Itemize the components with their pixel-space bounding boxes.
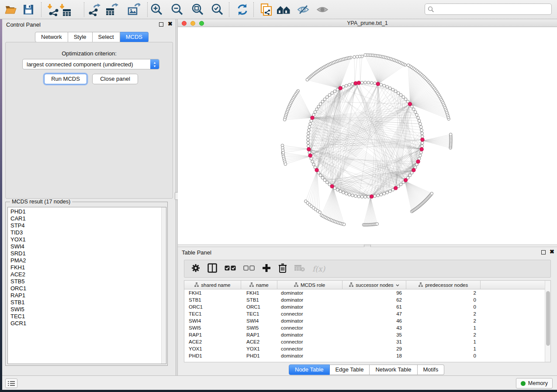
mcds-result-item[interactable]: YOX1 <box>8 236 161 243</box>
cell-predecessors: 1 <box>407 338 481 345</box>
task-list-icon <box>8 381 15 386</box>
table-row[interactable]: FKH1FKH1dominator962 <box>184 289 545 296</box>
deselect-all-rows-icon[interactable] <box>243 265 255 273</box>
export-image-icon[interactable] <box>127 3 141 17</box>
float-table-panel-icon[interactable] <box>541 250 546 254</box>
table-tab-node-table[interactable]: Node Table <box>289 364 330 375</box>
table-scrollbar[interactable] <box>545 281 550 362</box>
mcds-result-item[interactable]: GCR1 <box>8 320 161 327</box>
mcds-result-item[interactable]: TEC1 <box>8 313 161 320</box>
import-table-icon[interactable] <box>58 3 72 17</box>
cell-shared_name: TEC1 <box>184 310 241 317</box>
cell-name: STB1 <box>241 296 277 303</box>
table-row[interactable]: SWI5SWI5connector431 <box>184 324 545 331</box>
mcds-result-item[interactable]: TID3 <box>8 229 161 236</box>
table-row[interactable]: YOX1YOX1connector291 <box>184 345 545 352</box>
refresh-layout-icon[interactable] <box>235 3 249 17</box>
first-neighbors-icon[interactable] <box>277 3 291 17</box>
mcds-result-item[interactable]: CAR1 <box>8 215 161 222</box>
cell-successors: 96 <box>343 289 407 296</box>
cell-role: connector <box>277 310 343 317</box>
mcds-result-item[interactable]: STB1 <box>8 299 161 306</box>
cell-role: connector <box>277 324 343 331</box>
float-panel-icon[interactable] <box>159 22 163 27</box>
column-header-MCDS-role[interactable]: MCDS role <box>277 281 343 289</box>
network-window-title: YPA_prune.txt_1 <box>178 20 557 26</box>
cell-role: dominator <box>277 289 343 296</box>
run-mcds-button[interactable]: Run MCDS <box>44 74 87 84</box>
mcds-result-item[interactable]: FKH1 <box>8 264 161 271</box>
delete-column-icon[interactable] <box>278 263 287 275</box>
export-network-icon[interactable] <box>87 3 101 17</box>
close-panel-icon[interactable]: ✖ <box>168 21 173 27</box>
column-header-predecessor-nodes[interactable]: predecessor nodes <box>406 281 481 289</box>
mcds-result-item[interactable]: ACE2 <box>8 271 161 278</box>
cell-successors: 43 <box>343 324 407 331</box>
close-table-panel-icon[interactable]: ✖ <box>550 249 554 255</box>
sort-descending-icon <box>396 284 399 286</box>
zoom-in-icon[interactable] <box>150 3 164 17</box>
criterion-dropdown[interactable]: largest connected component (undirected)… <box>22 59 159 69</box>
mcds-result-item[interactable]: RAP1 <box>8 292 161 299</box>
save-session-icon[interactable] <box>21 3 35 17</box>
mcds-result-item[interactable]: PMA2 <box>8 257 161 264</box>
mcds-result-item[interactable]: STP4 <box>8 222 161 229</box>
table-tab-network-table[interactable]: Network Table <box>370 364 417 375</box>
export-table-icon[interactable] <box>105 3 119 17</box>
cell-role: connector <box>277 345 343 352</box>
network-view[interactable] <box>178 27 557 244</box>
memory-button[interactable]: Memory <box>516 378 553 389</box>
column-header-successor-nodes[interactable]: successor nodes <box>343 281 407 289</box>
cell-successors: 62 <box>343 296 407 303</box>
table-scrollbar-thumb[interactable] <box>546 291 550 346</box>
search-field[interactable] <box>425 3 552 15</box>
optimization-criterion-label: Optimization criterion: <box>6 50 173 57</box>
show-all-eye-icon[interactable] <box>315 3 329 17</box>
cell-shared_name: ORC1 <box>184 303 241 310</box>
close-panel-button[interactable]: Close panel <box>92 74 138 84</box>
table-row[interactable]: RAP1RAP1dominator352 <box>184 331 545 338</box>
open-session-icon[interactable] <box>4 3 18 17</box>
cell-successors: 18 <box>343 352 407 359</box>
mcds-result-item[interactable]: SRD1 <box>8 250 161 257</box>
table-tab-motifs[interactable]: Motifs <box>418 364 445 375</box>
zoom-selected-icon[interactable] <box>211 3 225 17</box>
clone-network-icon[interactable] <box>259 3 273 17</box>
mcds-result-item[interactable]: SWI5 <box>8 306 161 313</box>
tab-network[interactable]: Network <box>35 32 68 42</box>
table-settings-gear-icon[interactable] <box>191 264 200 274</box>
mcds-result-item[interactable]: ORC1 <box>8 285 161 292</box>
table-row[interactable]: SWI4SWI4dominator462 <box>184 317 545 324</box>
tab-mcds[interactable]: MCDS <box>120 32 149 42</box>
search-input[interactable] <box>434 6 549 13</box>
column-header-name[interactable]: name <box>241 281 277 289</box>
toolbar-separator <box>229 2 229 17</box>
network-window-titlebar[interactable]: YPA_prune.txt_1 <box>178 19 557 27</box>
column-header-shared-name[interactable]: shared name <box>184 281 241 289</box>
mcds-result-item[interactable]: SWI4 <box>8 243 161 250</box>
tab-select[interactable]: Select <box>93 32 120 42</box>
cell-role: dominator <box>277 331 343 338</box>
select-all-rows-icon[interactable] <box>225 265 236 273</box>
cell-successors: 31 <box>343 338 407 345</box>
table-row[interactable]: PHD1PHD1dominator180 <box>184 352 545 359</box>
mcds-result-item[interactable]: STB5 <box>8 278 161 285</box>
mcds-list-scrollbar[interactable] <box>161 207 166 364</box>
add-column-icon[interactable] <box>262 264 271 274</box>
table-row[interactable]: TEC1TEC1connector472 <box>184 310 545 317</box>
mcds-result-item[interactable]: PHD1 <box>8 208 161 215</box>
show-columns-icon[interactable] <box>208 263 217 275</box>
network-graph[interactable] <box>178 27 557 244</box>
table-tab-edge-table[interactable]: Edge Table <box>330 364 370 375</box>
tab-style[interactable]: Style <box>68 32 93 42</box>
column-tree-icon <box>294 282 298 288</box>
table-row[interactable]: ACE2ACE2connector311 <box>184 338 545 345</box>
table-row[interactable]: ORC1ORC1dominator610 <box>184 303 545 310</box>
zoom-out-icon[interactable] <box>170 3 184 17</box>
task-history-button[interactable] <box>5 378 17 388</box>
zoom-fit-icon[interactable] <box>191 3 205 17</box>
hide-selected-eye-icon[interactable] <box>296 3 310 17</box>
mcds-result-list[interactable]: PHD1CAR1STP4TID3YOX1SWI4SRD1PMA2FKH1ACE2… <box>7 207 166 364</box>
table-row[interactable]: STB1STB1dominator620 <box>184 296 545 303</box>
toolbar-separator <box>84 2 84 17</box>
